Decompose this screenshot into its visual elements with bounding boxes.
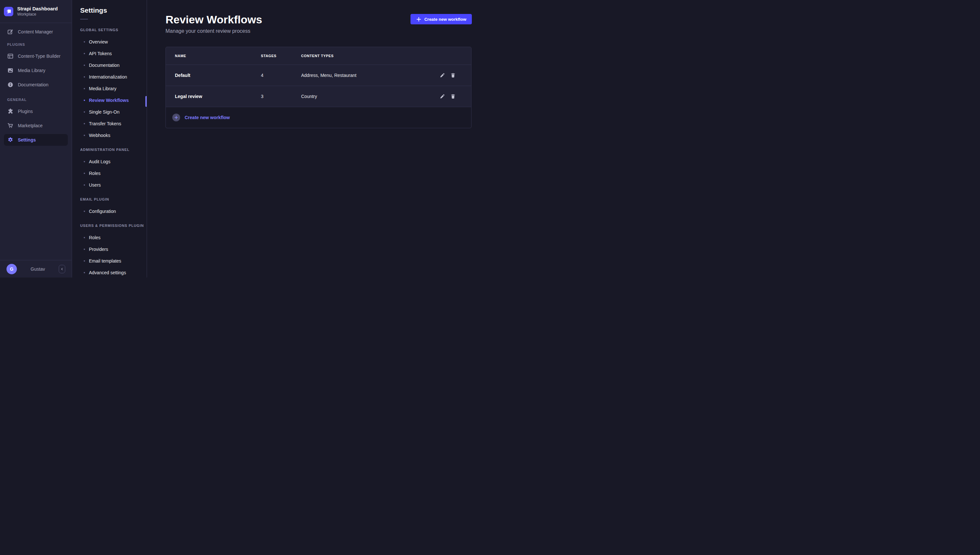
pencil-icon [440,73,445,78]
subnav-section-users-permissions-plugin: USERS & PERMISSIONS PLUGIN [80,224,147,228]
workflow-stages: 3 [261,94,301,99]
nav-item-label: Content-Type Builder [18,53,61,59]
nav-item-settings[interactable]: Settings [4,134,68,146]
subnav-item-email-configuration[interactable]: Configuration [72,205,147,217]
chevron-left-icon [60,268,64,271]
nav-item-plugins[interactable]: Plugins [4,106,68,117]
nav-section-general: GENERAL [7,98,68,102]
pen-square-icon [7,29,14,35]
subnav-item-internationalization[interactable]: Internationalization [72,71,147,83]
layout-icon [7,53,14,59]
subnav-item-review-workflows[interactable]: Review Workflows [72,95,147,106]
subnav-item-webhooks[interactable]: Webhooks [72,130,147,141]
nav-item-label: Marketplace [18,123,43,128]
puzzle-icon [7,108,14,115]
subnav-item-documentation[interactable]: Documentation [72,59,147,71]
subnav-list-administration-panel: Audit Logs Roles Users [72,156,147,191]
collapse-sidebar-button[interactable] [59,265,65,273]
page-subtitle: Manage your content review process [165,28,250,34]
subnav-list-global-settings: Overview API Tokens Documentation Intern… [72,36,147,141]
user-footer: G Gustav [0,260,72,278]
subnav-title: Settings [80,6,139,14]
workspace-name: Workplace [17,12,58,17]
workflow-name: Default [175,73,261,78]
subnav-item-media-library[interactable]: Media Library [72,83,147,95]
workspace-header: Strapi Dashboard Workplace [0,0,72,23]
app-title: Strapi Dashboard [17,6,58,12]
subnav-header: Settings [72,0,147,19]
column-header-name: NAME [175,54,261,58]
table-header-row: NAME STAGES CONTENT TYPES [166,47,471,64]
subnav-item-up-email-templates[interactable]: Email templates [72,255,147,267]
add-workflow-label: Create new workflow [185,115,230,120]
column-header-stages: STAGES [261,54,301,58]
subnav-section-global-settings: GLOBAL SETTINGS [80,28,147,32]
plus-icon [174,115,178,119]
workspace-title-block: Strapi Dashboard Workplace [17,6,58,17]
strapi-logo-icon [4,7,13,16]
main-nav-body: Content Manager PLUGINS Content-Type Bui… [0,23,72,146]
nav-item-label: Settings [18,137,36,143]
subnav-item-audit-logs[interactable]: Audit Logs [72,156,147,167]
subnav-item-up-roles[interactable]: Roles [72,232,147,244]
plus-circle-icon [172,114,180,121]
plus-icon [416,16,421,22]
workflows-table: NAME STAGES CONTENT TYPES Default 4 Addr… [165,47,471,128]
subnav-section-email-plugin: EMAIL PLUGIN [80,197,147,201]
image-icon [7,67,14,74]
subnav-item-api-tokens[interactable]: API Tokens [72,48,147,59]
nav-item-label: Plugins [18,109,33,114]
user-name: Gustav [17,266,59,272]
column-header-content-types: CONTENT TYPES [301,54,426,58]
subnav-section-administration-panel: ADMINISTRATION PANEL [80,148,147,152]
subnav-item-transfer-tokens[interactable]: Transfer Tokens [72,118,147,130]
subnav-list-email-plugin: Configuration [72,205,147,217]
subnav-list-users-permissions-plugin: Roles Providers Email templates Advanced… [72,232,147,278]
add-workflow-row[interactable]: Create new workflow [166,107,471,128]
row-actions [426,94,456,99]
page-title: Review Workflows [165,13,262,26]
delete-workflow-button[interactable] [450,73,456,78]
subnav-item-single-sign-on[interactable]: Single Sign-On [72,106,147,118]
table-row: Default 4 Address, Menu, Restaurant [166,64,471,86]
nav-item-media-library[interactable]: Media Library [4,64,68,76]
trash-icon [450,94,456,99]
subnav-item-admin-roles[interactable]: Roles [72,167,147,179]
nav-item-marketplace[interactable]: Marketplace [4,120,68,132]
subnav-item-up-providers[interactable]: Providers [72,244,147,255]
nav-item-content-manager[interactable]: Content Manager [4,26,68,38]
main-sidebar: Strapi Dashboard Workplace Content Manag… [0,0,72,278]
subnav-item-up-advanced-settings[interactable]: Advanced settings [72,267,147,278]
subnav-item-overview[interactable]: Overview [72,36,147,48]
nav-section-plugins: PLUGINS [7,43,68,47]
delete-workflow-button[interactable] [450,94,456,99]
trash-icon [450,73,456,78]
workflow-name: Legal review [175,94,261,99]
info-circle-icon [7,82,14,88]
nav-item-content-type-builder[interactable]: Content-Type Builder [4,50,68,62]
subnav-item-admin-users[interactable]: Users [72,179,147,191]
edit-workflow-button[interactable] [440,94,445,99]
avatar[interactable]: G [6,264,17,274]
table-row: Legal review 3 Country [166,86,471,107]
cart-icon [7,122,14,129]
nav-item-label: Content Manager [18,29,53,34]
nav-item-documentation[interactable]: Documentation [4,79,68,91]
nav-item-label: Media Library [18,68,45,73]
active-item-indicator [146,96,147,107]
workflow-content-types: Country [301,94,426,99]
subnav-divider [80,19,88,19]
create-workflow-button-label: Create new workflow [424,17,466,22]
settings-subnav: Settings GLOBAL SETTINGS Overview API To… [72,0,147,278]
workflow-content-types: Address, Menu, Restaurant [301,73,426,78]
pencil-icon [440,94,445,99]
gear-icon [7,136,14,143]
main-content: Review Workflows Manage your content rev… [147,0,490,278]
create-workflow-button[interactable]: Create new workflow [410,14,472,24]
strapi-dashboard-screen: Strapi Dashboard Workplace Content Manag… [0,0,490,278]
edit-workflow-button[interactable] [440,73,445,78]
row-actions [426,73,456,78]
nav-item-label: Documentation [18,82,48,87]
workflow-stages: 4 [261,73,301,78]
